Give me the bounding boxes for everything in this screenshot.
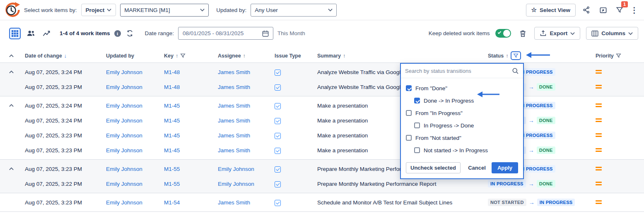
open-report-window-button[interactable] [597,4,609,16]
key-link[interactable]: M1-48 [164,84,218,90]
updated-by-link[interactable]: Emily Johnson [106,132,164,139]
assignee-link[interactable]: James Smith [218,84,275,90]
saved-filters-button[interactable]: 1 [614,4,625,16]
checkbox-icon[interactable] [406,110,412,116]
key-link[interactable]: M1-45 [164,132,218,139]
status-filter-icon-active[interactable] [511,51,521,60]
info-icon[interactable]: i [114,30,121,37]
key-link[interactable]: M1-55 [164,166,218,172]
filter-option-from-notstarted[interactable]: From "Not started" [406,132,518,144]
task-icon [275,133,281,139]
chart-view-button[interactable] [41,28,52,39]
group-collapse-chevron[interactable] [9,70,25,74]
checkbox-icon[interactable] [406,85,412,91]
priority-cell [596,103,644,109]
filter-option-notstarted-to-inprogress[interactable]: Not started -> In Progress [406,144,518,156]
people-view-button[interactable] [25,28,36,39]
priority-cell [596,132,644,139]
assignee-link[interactable]: James Smith [218,199,275,206]
assignee-link[interactable]: James Smith [218,103,275,109]
issue-type-cell [275,199,317,206]
filter-option-inprogress-to-done[interactable]: In Progress -> Done [406,119,518,132]
column-header-summary[interactable]: Summary ↑ [317,53,488,59]
task-icon [275,166,281,173]
assignee-link[interactable]: James Smith [218,147,275,154]
table-row: Aug 07, 2025, 3:23 PM Emily Johnson M1-4… [0,143,644,158]
group-collapse-chevron[interactable] [9,167,25,170]
key-filter-icon[interactable] [180,53,186,58]
updated-by-link[interactable]: Emily Johnson [106,69,164,75]
column-header-date[interactable]: Date of change ↓ [25,53,106,59]
collapse-all-chevron[interactable] [9,54,25,58]
date-of-change: Aug 07, 2025, 3:23 PM [25,199,106,206]
checkbox-icon[interactable] [414,147,420,153]
date-of-change: Aug 07, 2025, 3:24 PM [25,103,106,109]
updated-by-link[interactable]: Emily Johnson [106,166,164,172]
key-link[interactable]: M1-48 [164,69,218,75]
columns-button[interactable]: Columns [586,27,638,40]
key-link[interactable]: M1-45 [164,103,218,109]
filter-option-from-done[interactable]: From "Done" [406,82,518,94]
updated-by-link[interactable]: Emily Johnson [106,118,164,124]
search-input[interactable] [405,68,509,74]
assignee-link[interactable]: James Smith [218,69,275,75]
work-items-mode-dropdown[interactable]: Project [81,4,116,16]
updated-by-link[interactable]: Emily Johnson [106,147,164,154]
apply-button[interactable]: Apply [492,162,518,173]
group-collapse-chevron[interactable] [9,104,25,107]
columns-label: Columns [601,30,625,36]
select-view-button[interactable]: ☆ Select View [526,4,576,17]
checkbox-icon[interactable] [414,98,420,103]
key-link[interactable]: M1-45 [164,147,218,154]
transition-arrow-icon: → [529,199,535,206]
table-view-button[interactable] [9,28,21,39]
updated-by-user-select[interactable]: Any User [251,4,337,17]
project-select[interactable]: MARKETING [M1] [120,4,209,17]
cancel-button[interactable]: Cancel [468,165,486,171]
filter-option-from-inprogress[interactable]: From "In Progress" [406,107,518,119]
chevron-down-icon [328,8,333,12]
transition-arrow-icon: → [528,84,534,90]
column-header-updated-by[interactable]: Updated by [106,53,164,59]
table-row: Aug 07, 2025, 3:23 PM Emily Johnson M1-5… [0,195,644,210]
key-link[interactable]: M1-55 [164,181,218,187]
updated-by-link[interactable]: Emily Johnson [106,103,164,109]
status-transition: NOT STARTED → IN PROGRESS [488,199,596,206]
updated-by-link[interactable]: Emily Johnson [106,199,164,206]
keep-deleted-toggle[interactable] [495,29,511,38]
uncheck-selected-button[interactable]: Uncheck selected [406,162,461,173]
key-link[interactable]: M1-45 [164,118,218,124]
columns-icon [591,30,598,37]
chevron-down-icon [628,32,633,35]
assignee-link[interactable]: James Smith [218,132,275,139]
date-range-value: 08/01/2025 - 08/31/2025 [183,30,244,36]
issue-type-cell [275,132,317,139]
checkbox-icon[interactable] [414,122,420,128]
updated-by-link[interactable]: Emily Johnson [106,84,164,90]
status-to-pill: IN PROGRESS [537,199,575,206]
status-to-pill: DONE [537,180,555,187]
share-button[interactable] [581,4,592,16]
column-header-priority[interactable]: Priority [596,53,644,59]
assignee-link[interactable]: James Smith [218,118,275,124]
column-header-issue-type[interactable]: Issue Type [275,53,317,59]
key-link[interactable]: M1-54 [164,199,218,206]
date-of-change: Aug 07, 2025, 3:22 PM [25,181,106,187]
updated-by-link[interactable]: Emily Johnson [106,181,164,187]
export-button[interactable]: Export [534,27,580,40]
priority-cell [596,84,644,90]
checkbox-icon[interactable] [406,135,412,141]
assignee-link[interactable]: Emily Johnson [218,181,275,187]
more-menu-button[interactable]: ⋮ [630,5,638,15]
refresh-icon[interactable] [125,28,135,39]
column-header-key[interactable]: Key ↑ [164,53,218,59]
priority-filter-icon[interactable] [616,53,621,58]
column-header-assignee[interactable]: Assignee ↑ [218,53,275,59]
filter-option-done-to-inprogress[interactable]: Done -> In Progress [406,94,518,107]
date-of-change: Aug 07, 2025, 3:24 PM [25,69,106,75]
trash-icon[interactable] [517,28,528,39]
date-range-input[interactable]: 08/01/2025 - 08/31/2025 [178,27,273,40]
assignee-link[interactable]: Emily Johnson [218,166,275,172]
transition-arrow-icon: → [528,180,534,187]
issue-type-cell [275,180,317,187]
